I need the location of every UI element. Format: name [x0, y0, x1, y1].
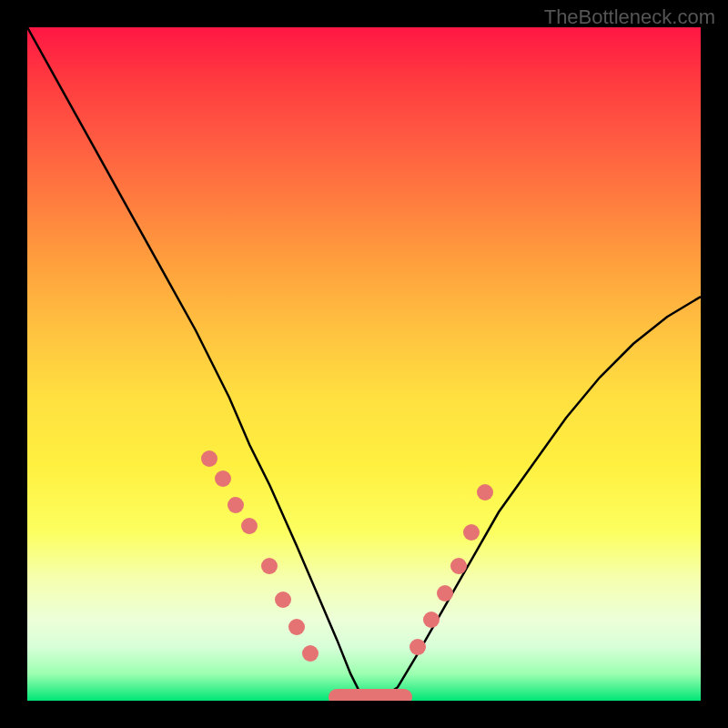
marker-dot	[450, 558, 467, 574]
marker-dot	[288, 619, 305, 635]
marker-dot	[423, 612, 440, 628]
marker-dot	[463, 524, 480, 541]
marker-dot	[275, 592, 291, 608]
marker-dot	[477, 484, 493, 500]
marker-dot	[201, 450, 217, 467]
chart-area	[27, 27, 701, 701]
bottleneck-curve	[27, 27, 701, 701]
marker-dot	[215, 470, 231, 487]
marker-bottom-segment	[329, 689, 412, 701]
marker-dot	[261, 558, 278, 574]
marker-dot	[302, 645, 318, 662]
marker-dot	[410, 639, 426, 655]
marker-dot	[241, 518, 258, 534]
marker-dot	[228, 497, 244, 513]
marker-dot	[437, 585, 453, 602]
watermark-text: TheBottleneck.com	[544, 5, 715, 29]
